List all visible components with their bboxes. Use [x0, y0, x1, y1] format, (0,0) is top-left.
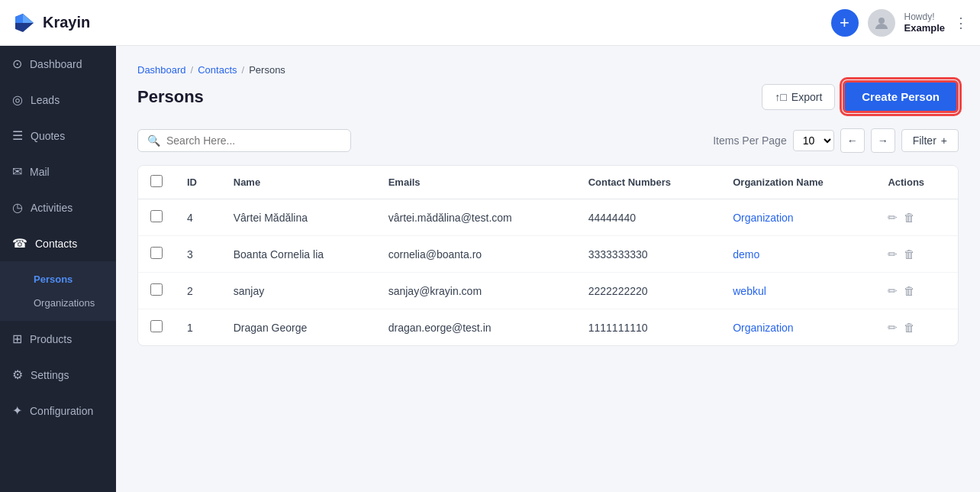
row-name: Dragan George: [221, 309, 376, 346]
items-per-page-select[interactable]: 10 20 50: [793, 130, 834, 151]
row-org: demo: [720, 236, 875, 273]
row-email: dragan.eorge@test.in: [376, 309, 576, 346]
prev-page-button[interactable]: ←: [840, 128, 865, 153]
breadcrumb-dashboard[interactable]: Dashboard: [137, 64, 186, 76]
edit-icon[interactable]: ✏: [888, 248, 898, 261]
row-checkbox[interactable]: [150, 247, 163, 259]
select-all-checkbox[interactable]: [150, 175, 163, 187]
row-contact: 44444440: [576, 199, 721, 236]
sidebar-label-mail: Mail: [30, 166, 50, 178]
row-id: 2: [175, 273, 221, 309]
filter-label: Filter: [913, 134, 936, 147]
sidebar-item-products[interactable]: Products: [0, 321, 116, 357]
sidebar-item-leads[interactable]: Leads: [0, 82, 116, 118]
sidebar-item-dashboard[interactable]: Dashboard: [0, 46, 116, 82]
sidebar-label-products: Products: [30, 333, 72, 345]
search-input[interactable]: [166, 134, 341, 147]
more-options-icon[interactable]: ⋮: [954, 15, 968, 31]
sidebar-item-activities[interactable]: Activities: [0, 189, 116, 225]
sidebar-item-settings[interactable]: Settings: [0, 357, 116, 393]
contacts-icon: [12, 236, 27, 251]
sidebar-label-contacts: Contacts: [35, 238, 77, 250]
col-contact-numbers: Contact Numbers: [576, 166, 721, 199]
top-navigation: Krayin + Howdy! Example ⋮: [0, 0, 980, 46]
breadcrumb-sep-1: /: [191, 64, 194, 76]
table-row: 3 Boanta Cornelia lia cornelia@boanta.ro…: [138, 236, 958, 273]
next-page-button[interactable]: →: [871, 128, 895, 153]
app-name: Krayin: [43, 14, 90, 31]
row-checkbox-cell: [138, 309, 175, 346]
dashboard-icon: [12, 57, 22, 71]
search-icon: 🔍: [147, 134, 160, 147]
row-checkbox[interactable]: [150, 210, 163, 222]
org-link[interactable]: Organization: [733, 322, 793, 334]
logo-icon: [12, 11, 37, 35]
org-link[interactable]: Organization: [733, 212, 793, 224]
table-header: ID Name Emails Contact Numbers Organizat…: [138, 166, 958, 199]
search-box[interactable]: 🔍: [137, 129, 351, 152]
edit-icon[interactable]: ✏: [888, 321, 898, 335]
edit-icon[interactable]: ✏: [888, 284, 898, 298]
sidebar-item-quotes[interactable]: Quotes: [0, 118, 116, 154]
svg-marker-2: [23, 14, 34, 23]
row-org: Organization: [720, 199, 875, 236]
table-row: 2 sanjay sanjay@krayin.com 2222222220 we…: [138, 273, 958, 309]
edit-icon[interactable]: ✏: [888, 211, 898, 225]
row-contact: 3333333330: [576, 236, 721, 273]
row-checkbox-cell: [138, 236, 175, 273]
topnav-right: + Howdy! Example ⋮: [831, 9, 968, 37]
organizations-label: Organizations: [34, 297, 95, 309]
svg-marker-1: [15, 14, 23, 23]
sidebar-item-persons[interactable]: Persons: [0, 267, 116, 291]
items-per-page-label: Items Per Page: [713, 134, 787, 147]
col-name: Name: [221, 166, 376, 199]
export-label: Export: [791, 91, 822, 103]
row-actions: ✏ 🗑: [875, 199, 958, 236]
table-row: 1 Dragan George dragan.eorge@test.in 111…: [138, 309, 958, 346]
svg-point-3: [878, 18, 885, 24]
sidebar-label-quotes: Quotes: [31, 130, 65, 142]
row-email: sanjay@krayin.com: [376, 273, 576, 309]
row-checkbox[interactable]: [150, 283, 163, 296]
delete-icon[interactable]: 🗑: [904, 248, 915, 261]
sidebar-label-leads: Leads: [31, 94, 60, 106]
sidebar-item-organizations[interactable]: Organizations: [0, 291, 116, 315]
col-emails: Emails: [376, 166, 576, 199]
add-button[interactable]: +: [831, 9, 859, 37]
col-id: ID: [175, 166, 221, 199]
row-checkbox-cell: [138, 273, 175, 309]
products-icon: [12, 332, 22, 346]
create-person-button[interactable]: Create Person: [843, 80, 959, 113]
configuration-icon: [12, 403, 22, 418]
table-row: 4 Vârtei Mădălina vârtei.mădălina@test.c…: [138, 199, 958, 236]
logo: Krayin: [12, 11, 90, 35]
filter-button[interactable]: Filter +: [901, 129, 959, 152]
quotes-icon: [12, 128, 23, 143]
sidebar-label-settings: Settings: [31, 369, 69, 381]
breadcrumb-contacts[interactable]: Contacts: [198, 64, 237, 76]
user-info: Howdy! Example: [904, 11, 945, 34]
sidebar-label-activities: Activities: [31, 202, 73, 214]
org-link[interactable]: demo: [733, 248, 759, 261]
select-all-header: [138, 166, 175, 199]
leads-icon: [12, 92, 23, 107]
export-button[interactable]: ↑□ Export: [762, 84, 835, 110]
breadcrumb: Dashboard / Contacts / Persons: [137, 64, 959, 76]
delete-icon[interactable]: 🗑: [904, 321, 915, 335]
sidebar-item-contacts[interactable]: Contacts: [0, 225, 116, 261]
delete-icon[interactable]: 🗑: [904, 284, 915, 298]
page-title: Persons: [137, 87, 204, 107]
breadcrumb-sep-2: /: [242, 64, 245, 76]
row-checkbox-cell: [138, 199, 175, 236]
main-content: Dashboard / Contacts / Persons Persons ↑…: [116, 46, 980, 492]
delete-icon[interactable]: 🗑: [904, 211, 915, 225]
org-link[interactable]: webkul: [733, 285, 766, 297]
avatar: [868, 9, 895, 37]
row-name: Boanta Cornelia lia: [221, 236, 376, 273]
sidebar-item-mail[interactable]: Mail: [0, 154, 116, 189]
contacts-submenu: Persons Organizations: [0, 261, 116, 321]
row-id: 3: [175, 236, 221, 273]
sidebar-item-configuration[interactable]: Configuration: [0, 393, 116, 429]
sidebar-label-configuration: Configuration: [30, 405, 93, 417]
row-checkbox[interactable]: [150, 320, 163, 332]
